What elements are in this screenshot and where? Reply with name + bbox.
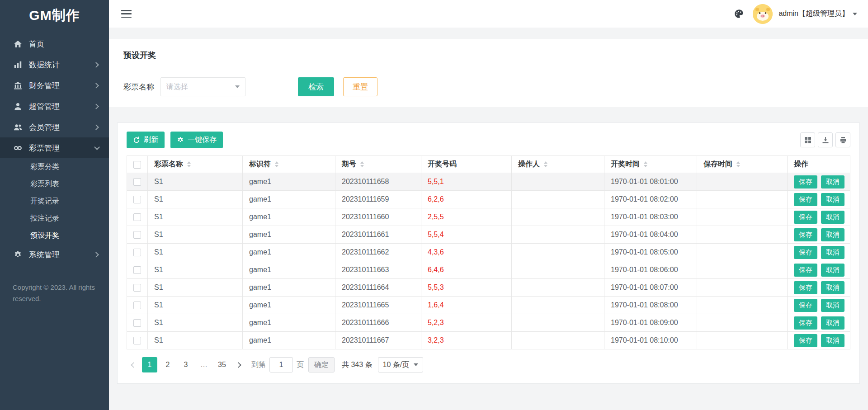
page-button[interactable]: 35	[214, 357, 230, 372]
main-area: admin【超级管理员】 预设开奖 彩票名称 请选择 检索 重置	[109, 0, 868, 410]
cell-issue: 202310111658	[335, 173, 421, 191]
table-tools	[800, 132, 850, 147]
row-cancel-button[interactable]: 取消	[821, 334, 844, 347]
page-button[interactable]: 1	[142, 357, 157, 372]
row-checkbox[interactable]	[133, 178, 141, 186]
cell-save-time	[697, 191, 788, 208]
cell-operator	[512, 279, 604, 297]
cell-draw-time: 1970-01-01 08:01:00	[604, 173, 697, 191]
sort-icon[interactable]	[275, 161, 278, 167]
jump-label: 到第	[251, 360, 266, 370]
reset-button[interactable]: 重置	[343, 77, 377, 96]
row-save-button[interactable]: 保存	[794, 175, 817, 189]
cell-numbers: 4,3,6	[421, 244, 512, 261]
row-save-button[interactable]: 保存	[794, 193, 817, 206]
row-cancel-button[interactable]: 取消	[821, 211, 844, 224]
next-page-button[interactable]	[231, 357, 245, 372]
row-cancel-button[interactable]: 取消	[821, 193, 844, 206]
sidebar-item-home[interactable]: 首页	[0, 33, 109, 54]
cell-name: S1	[148, 261, 243, 279]
column-header[interactable]: 开奖时间	[604, 156, 697, 173]
menu-toggle-icon[interactable]	[121, 10, 132, 18]
refresh-button[interactable]: 刷新	[127, 132, 165, 148]
row-cancel-button[interactable]: 取消	[821, 281, 844, 294]
sort-icon[interactable]	[736, 161, 740, 167]
sort-icon[interactable]	[544, 161, 547, 167]
lottery-name-select[interactable]: 请选择	[160, 77, 245, 96]
sidebar-subitem-0[interactable]: 彩票分类	[0, 158, 109, 175]
row-checkbox[interactable]	[133, 266, 141, 274]
row-checkbox[interactable]	[133, 196, 141, 203]
row-save-button[interactable]: 保存	[794, 334, 817, 347]
sidebar-item-gear[interactable]: 系统管理	[0, 244, 109, 265]
row-save-button[interactable]: 保存	[794, 264, 817, 277]
cell-numbers: 5,2,3	[421, 314, 512, 332]
row-checkbox[interactable]	[133, 284, 141, 292]
page-jump-input[interactable]	[269, 357, 293, 372]
page-size-select[interactable]: 10 条/页	[378, 357, 424, 372]
export-button[interactable]	[818, 132, 833, 147]
row-checkbox[interactable]	[133, 319, 141, 327]
sidebar-item-users[interactable]: 会员管理	[0, 117, 109, 137]
cell-identifier: game1	[243, 279, 335, 297]
row-checkbox[interactable]	[133, 249, 141, 256]
row-checkbox[interactable]	[133, 231, 141, 239]
page-button[interactable]: 3	[178, 357, 193, 372]
columns-toggle-button[interactable]	[800, 132, 815, 147]
sort-icon[interactable]	[360, 161, 364, 167]
row-cancel-button[interactable]: 取消	[821, 228, 844, 241]
row-checkbox[interactable]	[133, 302, 141, 309]
cell-save-time	[697, 332, 788, 349]
prev-page-button[interactable]	[127, 357, 140, 372]
cell-operator	[512, 297, 604, 314]
column-header[interactable]: 保存时间	[697, 156, 788, 173]
cell-issue: 202310111660	[335, 208, 421, 226]
table-row: S1game12023101116624,3,61970-01-01 08:05…	[127, 244, 850, 261]
sidebar-item-chart[interactable]: 数据统计	[0, 54, 109, 75]
table-header-row: 彩票名称标识符期号开奖号码操作人开奖时间保存时间操作	[127, 156, 850, 173]
cell-name: S1	[148, 208, 243, 226]
sidebar-group-admin: 超管管理	[0, 96, 109, 117]
row-save-button[interactable]: 保存	[794, 316, 817, 330]
save-all-button[interactable]: 一键保存	[170, 132, 223, 148]
sidebar-subitem-3[interactable]: 投注记录	[0, 210, 109, 227]
row-cancel-button[interactable]: 取消	[821, 246, 844, 259]
sidebar-item-lottery[interactable]: 彩票管理	[0, 137, 109, 158]
row-checkbox[interactable]	[133, 337, 141, 344]
column-header-label: 操作	[794, 160, 808, 169]
sidebar-item-bank[interactable]: 财务管理	[0, 75, 109, 96]
sidebar-subitem-4[interactable]: 预设开奖	[0, 227, 109, 244]
sidebar-item-label: 数据统计	[29, 60, 60, 70]
avatar[interactable]	[753, 4, 773, 24]
save-all-label: 一键保存	[188, 135, 217, 145]
column-header[interactable]: 期号	[335, 156, 421, 173]
column-header-label: 彩票名称	[154, 160, 183, 169]
sort-icon[interactable]	[187, 161, 191, 167]
row-cancel-button[interactable]: 取消	[821, 175, 844, 189]
row-save-button[interactable]: 保存	[794, 281, 817, 294]
row-checkbox[interactable]	[133, 213, 141, 221]
jump-confirm-button[interactable]: 确定	[308, 357, 335, 372]
column-header[interactable]: 标识符	[243, 156, 335, 173]
sidebar-group-users: 会员管理	[0, 117, 109, 137]
chevron-right-icon	[236, 362, 241, 368]
column-header[interactable]: 操作人	[512, 156, 604, 173]
theme-palette-icon[interactable]	[734, 9, 744, 19]
sort-icon[interactable]	[644, 161, 647, 167]
page-button[interactable]: 2	[160, 357, 175, 372]
row-cancel-button[interactable]: 取消	[821, 299, 844, 312]
row-save-button[interactable]: 保存	[794, 299, 817, 312]
row-save-button[interactable]: 保存	[794, 211, 817, 224]
sidebar-item-admin[interactable]: 超管管理	[0, 96, 109, 117]
row-save-button[interactable]: 保存	[794, 228, 817, 241]
sidebar-subitem-2[interactable]: 开奖记录	[0, 193, 109, 210]
row-cancel-button[interactable]: 取消	[821, 316, 844, 330]
print-button[interactable]	[835, 132, 850, 147]
row-cancel-button[interactable]: 取消	[821, 264, 844, 277]
column-header[interactable]: 彩票名称	[148, 156, 243, 173]
row-save-button[interactable]: 保存	[794, 246, 817, 259]
user-menu[interactable]: admin【超级管理员】	[778, 9, 857, 19]
search-button[interactable]: 检索	[298, 77, 334, 96]
sidebar-subitem-1[interactable]: 彩票列表	[0, 175, 109, 193]
select-all-checkbox[interactable]	[133, 161, 141, 169]
